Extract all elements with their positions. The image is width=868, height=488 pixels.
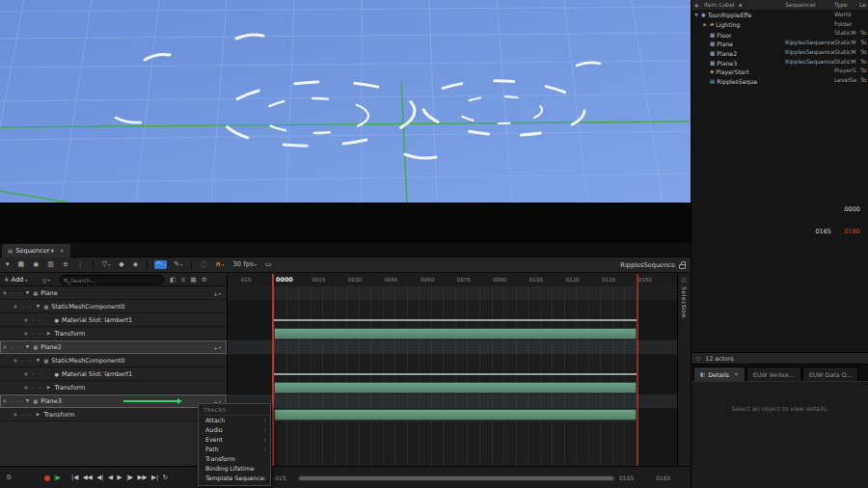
record-icon[interactable] [44,475,50,481]
save-icon[interactable]: ▦ [16,260,27,269]
fast-rewind-icon[interactable]: ◀◀ [83,474,93,481]
track-toggle-icons[interactable]: ● ▫ ▫ [24,371,43,376]
filter-tracks-icon[interactable]: ▽▾ [100,260,113,269]
horizontal-scrollbar[interactable] [297,475,615,481]
playback-range-end[interactable] [637,274,638,466]
expander-icon[interactable]: ▼ [25,290,31,295]
key-channels-icon[interactable]: ◈ [131,260,140,269]
menu-item-transform[interactable]: Transform [199,454,270,464]
add-section-button[interactable]: +▾ [213,286,221,300]
menu-item-template-sequence[interactable]: Template Sequence› [199,474,270,483]
lock-icon[interactable] [679,264,686,269]
timeline-section[interactable] [274,319,637,322]
camera-icon[interactable]: ◉ [31,260,41,269]
expander-icon[interactable]: ▼ [36,304,41,309]
outliner-row[interactable]: ▦Plane2RipplesSequenceStaticMTo [692,47,868,57]
sort-asc-icon[interactable]: ▲ [739,0,742,10]
expander-icon[interactable]: ▶ [46,331,52,336]
expander-icon[interactable]: ▶ [36,412,41,417]
outliner-row[interactable]: ▶▰LightingFolder [692,19,868,29]
outliner-row[interactable]: ▼◉ToonRippleEffeWorld [692,10,868,19]
track-row[interactable]: ● ▫ ▫▼▦Plane+▾ [0,286,227,300]
track-row[interactable]: ● ▫ ▫▼▦Plane3+▾ [0,394,227,408]
tab-euw-data[interactable]: EUW Data O... [802,366,859,381]
list-options-icon[interactable]: ≡ [180,276,185,284]
expander-icon[interactable]: ▶ [46,385,52,390]
outliner-header-sequencer[interactable]: Sequencer [785,0,816,10]
track-toggle-icons[interactable]: ● ▫ ▫ [3,398,22,403]
expander-icon[interactable]: ▼ [25,344,31,349]
track-toggle-icons[interactable]: ● ▫ ▫ [14,412,33,417]
to-end-icon[interactable]: ▶| [151,474,158,481]
level-viewport[interactable] [0,0,691,203]
options-caret-icon[interactable]: ▾ [4,260,12,269]
track-filter-button[interactable]: ▽ ▾ [42,273,50,286]
render-grid-icon[interactable]: ▦ [191,276,197,284]
expand-tracks-icon[interactable]: ◧ [170,276,176,284]
outliner-header-type[interactable]: Type [834,0,848,10]
track-row[interactable]: ● ▫ ▫▶Transform [0,408,227,421]
paint-keys-icon[interactable]: ✎▾ [172,260,184,269]
track-toggle-icons[interactable]: ● ▫ ▫ [14,304,33,309]
menu-item-event[interactable]: Event› [199,435,270,445]
auto-key-icon[interactable]: ◌ [199,260,208,269]
timeline-area[interactable] [227,286,677,466]
curve-editor-icon[interactable]: ◠▾ [154,260,167,269]
to-front-icon[interactable]: |◀ [71,474,78,481]
track-row[interactable]: ● ▫ ▫▼▦Plane2+▾ [0,340,227,354]
menu-item-attach[interactable]: Attach› [199,416,270,425]
menu-item-binding-lifetime[interactable]: Binding Lifetime [199,464,270,474]
footer-options-icon[interactable]: ⚙ [6,474,12,481]
track-row[interactable]: ● ▫ ▫▶Transform [0,327,227,340]
track-toggle-icons[interactable]: ● ▫ ▫ [24,331,43,336]
fps-dropdown[interactable]: 30 fps▾ [231,260,258,269]
track-row[interactable]: ● ▫ ▫▼▦StaticMeshComponent0 [0,354,227,367]
step-back-icon[interactable]: ◀| [96,474,103,481]
step-forward-icon[interactable]: |▶ [126,474,133,481]
filter-icon[interactable]: ▽ [696,356,700,362]
track-row[interactable]: ● ▫ ▫●Material Slot: lambert1 [0,367,227,381]
tab-euw-vertex[interactable]: EUW Vertex... [746,366,801,381]
track-toggle-icons[interactable]: ● ▫ ▫ [3,344,22,349]
play-reverse-icon[interactable]: ◀ [108,474,113,481]
outliner-header-level[interactable]: Le [859,0,866,10]
track-row[interactable]: ● ▫ ▫●Material Slot: lambert1 [0,313,227,327]
timeline-section[interactable] [274,382,637,393]
more-icon[interactable]: ⋮ [75,260,86,269]
close-icon[interactable]: ✕ [734,371,739,377]
close-icon[interactable]: ✕ [60,248,65,254]
render-movie-icon[interactable]: ▥ [45,260,56,269]
outliner-header-item-label[interactable]: Item Label [704,0,735,10]
track-toggle-icons[interactable]: ● ▫ ▫ [24,317,43,322]
outliner-row[interactable]: ◈PlayerStartPlayerSTo [692,66,868,75]
scrollbar-thumb[interactable] [299,476,613,480]
track-settings-icon[interactable]: ⚙ [202,276,207,284]
add-track-button[interactable]: + Add ▾ [4,273,27,286]
track-toggle-icons[interactable]: ● ▫ ▫ [3,290,22,295]
menu-item-path[interactable]: Path› [199,445,270,454]
fast-forward-icon[interactable]: ▶▶ [138,474,148,481]
outliner-row[interactable]: ▦Plane3RipplesSequenceStaticMTo [692,57,868,67]
track-toggle-icons[interactable]: ● ▫ ▫ [14,358,33,363]
timeline-section[interactable] [274,409,637,420]
playback-options-icon[interactable]: ≡ [61,260,70,269]
search-input[interactable] [70,276,161,284]
timeline-ruler[interactable]: -015001500300045006000750090010501200135… [227,273,677,286]
loop-icon[interactable]: ↻ [163,474,168,481]
playhead[interactable] [272,274,274,466]
tab-details[interactable]: ◧ Details ✕ [693,366,746,381]
expander-icon[interactable]: ▼ [36,358,41,363]
snap-magnet-icon[interactable]: ∩▾ [213,260,226,269]
play-icon[interactable]: ▶ [117,474,122,481]
track-toggle-icons[interactable]: ● ▫ ▫ [24,385,43,390]
menu-item-audio[interactable]: Audio› [199,425,270,435]
selection-side-tab[interactable]: ◫ Selection [677,273,691,466]
key-all-icon[interactable]: ◆ [117,260,125,269]
track-row[interactable]: ● ▫ ▫▼▦StaticMeshComponent0 [0,300,227,313]
track-row[interactable]: ● ▫ ▫▶Transform [0,381,227,394]
outliner-row[interactable]: ▦PlaneRipplesSequenceStaticMTo [692,38,868,47]
playback-range-icon[interactable]: |▶ [54,474,61,480]
outliner-row[interactable]: ▤RipplesSequeLevelSeTo [692,75,868,85]
thumbnail-icon[interactable]: ▭ [263,260,274,269]
tab-sequencer[interactable]: ▤ Sequencer+ ✕ [2,244,70,258]
